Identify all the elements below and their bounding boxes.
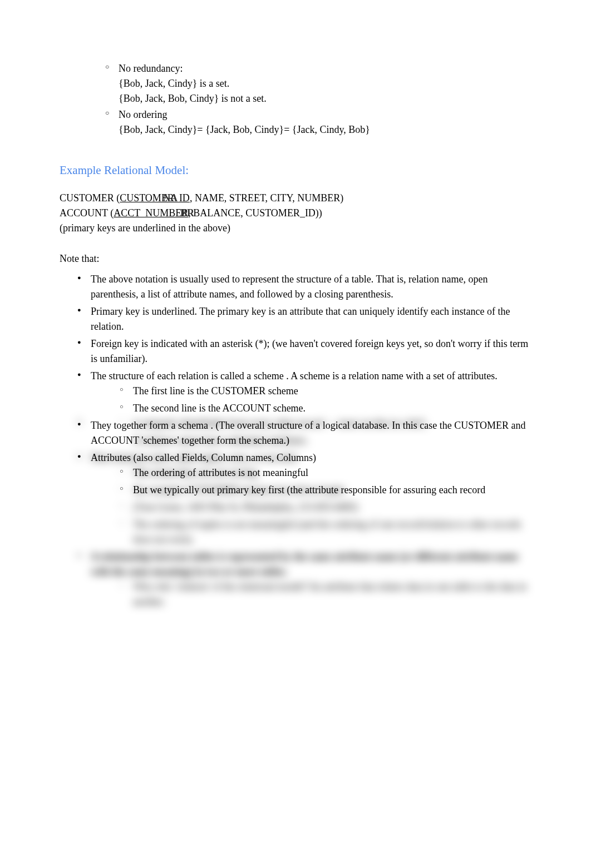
list-item-no-redundancy: No redundancy: {Bob, Jack, Cindy} is a s… <box>105 61 533 106</box>
list-item-scheme: The structure of each relation is called… <box>77 369 533 416</box>
list-item-foreign-key: Foreign key is indicated with an asteris… <box>77 336 533 366</box>
list-item-schema: They together form a schema . (The overa… <box>77 418 533 448</box>
attributes-sublist: The ordering of attributes is not meanin… <box>120 465 533 498</box>
scheme-text-post: . A scheme is a relation name with a set… <box>286 370 497 381</box>
no-redundancy-example-2: {Bob, Jack, Bob, Cindy} is not a set. <box>119 91 533 106</box>
customer-attributes: , NAME, STREET, CITY, NUMBER) <box>190 192 343 204</box>
section-heading: Example Relational Model: <box>60 162 533 180</box>
scheme-sublist: The first line is the CUSTOMER scheme Th… <box>120 384 533 416</box>
no-ordering-example: {Bob, Jack, Cindy}= {Jack, Bob, Cindy}= … <box>119 122 533 137</box>
primary-key-note: (primary keys are underlined in the abov… <box>60 221 533 236</box>
scheme-term: scheme <box>254 370 286 381</box>
customer-schema-line: CUSTOMER (CUSTOMER_ID, NAME, STREET, CIT… <box>60 191 533 206</box>
overlay-na-text: NA <box>163 191 178 206</box>
list-item-no-ordering: No ordering {Bob, Jack, Cindy}= {Jack, B… <box>105 107 533 137</box>
customer-prefix: CUSTOMER ( <box>60 192 120 204</box>
set-properties-list: No redundancy: {Bob, Jack, Cindy} is a s… <box>105 61 533 137</box>
list-item-customer-scheme: The first line is the CUSTOMER scheme <box>120 384 533 399</box>
overlay-br-text: BR <box>180 206 194 221</box>
account-attributes: , BALANCE, CUSTOMER_ID)) <box>188 207 322 219</box>
list-item-notation: The above notation is usually used to re… <box>77 272 533 302</box>
no-redundancy-label: No redundancy: <box>119 63 183 74</box>
attributes-label: Attributes (also called Fields, Column n… <box>91 452 316 463</box>
blurred-rel-1: Why relic 'relation' of the relational m… <box>120 579 533 609</box>
list-item-account-scheme: The second line is the ACCOUNT scheme. <box>120 401 533 416</box>
account-schema-line: ACCOUNT (ACCT_NUMBER, BALANCE, CUSTOMER_… <box>60 206 533 221</box>
note-intro: Note that: <box>60 251 533 266</box>
scheme-text-pre: The structure of each relation is called… <box>91 370 254 381</box>
list-item-primary-key: Primary key is underlined. The primary k… <box>77 304 533 334</box>
list-item-attr-pk-first: But we typically out primary key first (… <box>120 483 533 498</box>
no-redundancy-example-1: {Bob, Jack, Cindy} is a set. <box>119 76 533 91</box>
list-item-attr-ordering: The ordering of attributes is not meanin… <box>120 465 533 480</box>
customer-primary-key: CUSTOMER_ID <box>120 192 190 204</box>
list-item-attributes: Attributes (also called Fields, Column n… <box>77 450 533 498</box>
blurred-relationship: A relationship between tables is represe… <box>77 549 533 609</box>
notes-list: The above notation is usually used to re… <box>77 272 533 498</box>
account-primary-key: ACCT_NUMBER <box>114 207 188 219</box>
schema-text-pre: They together form a <box>91 420 178 431</box>
schema-term: schema <box>178 420 210 431</box>
account-prefix: ACCOUNT ( <box>60 207 114 219</box>
no-ordering-label: No ordering <box>119 109 167 120</box>
